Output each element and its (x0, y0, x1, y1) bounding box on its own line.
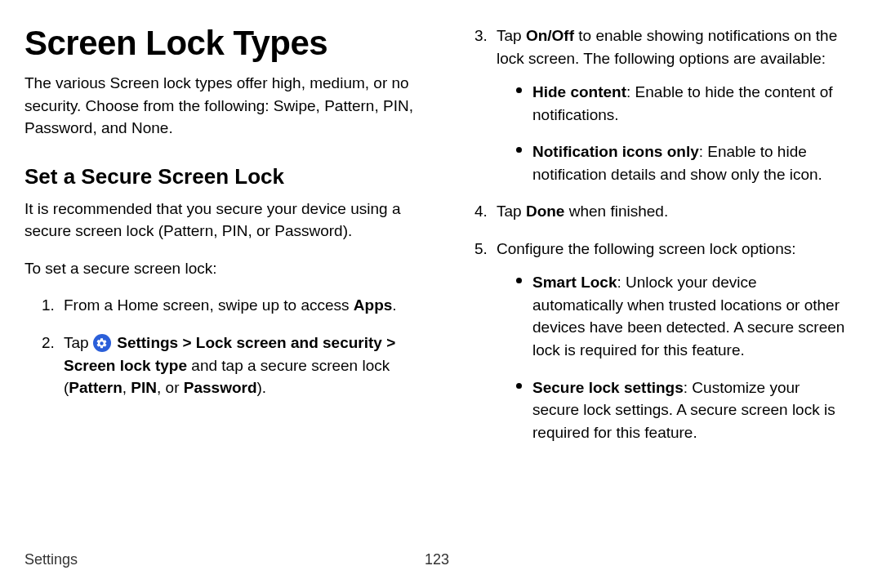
step4-post: when finished. (564, 203, 668, 220)
step3-bullets: Hide content: Enable to hide the content… (497, 81, 849, 185)
bullet-smart-lock-label: Smart Lock (532, 274, 617, 291)
step2-c1: , (122, 379, 131, 396)
step2-c2: , or (157, 379, 184, 396)
bullet-notification-icons: Notification icons only: Enable to hide … (516, 140, 849, 185)
section-intro: It is recommended that you secure your d… (24, 198, 416, 243)
footer-section-label: Settings (24, 551, 78, 568)
bullet-hide-content: Hide content: Enable to hide the content… (516, 81, 849, 126)
step4-done: Done (526, 203, 565, 220)
step2-settings: Settings (117, 334, 178, 351)
step2-pin: PIN (131, 379, 157, 396)
step-4: Tap Done when finished. (492, 200, 849, 223)
footer-page-number: 123 (425, 551, 449, 568)
steps-list-left: From a Home screen, swipe up to access A… (24, 294, 416, 399)
step2-end: ). (257, 379, 267, 396)
step1-bold: Apps (354, 296, 393, 314)
step2-locktype: Screen lock type (64, 357, 187, 374)
step-3: Tap On/Off to enable showing notificatio… (492, 24, 849, 185)
section-lead: To set a secure screen lock: (24, 257, 416, 280)
bullet-notification-icons-label: Notification icons only (532, 143, 699, 160)
gear-icon (93, 334, 111, 352)
bullet-smart-lock: Smart Lock: Unlock your device automatic… (516, 271, 849, 361)
left-column: Screen Lock Types The various Screen loc… (24, 24, 416, 458)
section-heading: Set a Secure Screen Lock (24, 164, 416, 189)
step3-pre: Tap (497, 27, 526, 44)
bullet-hide-content-label: Hide content (532, 83, 626, 100)
step2-password: Password (184, 379, 257, 396)
step3-onoff: On/Off (526, 27, 574, 44)
step2-sep2: > (382, 334, 395, 351)
page-title: Screen Lock Types (24, 24, 416, 62)
step2-sep1: > (178, 334, 196, 351)
bullet-secure-lock: Secure lock settings: Customize your sec… (516, 376, 849, 444)
step4-pre: Tap (497, 203, 526, 220)
right-column: Tap On/Off to enable showing notificatio… (457, 24, 849, 458)
step-1: From a Home screen, swipe up to access A… (59, 294, 416, 317)
bullet-secure-lock-label: Secure lock settings (532, 379, 684, 396)
step1-post: . (392, 296, 396, 314)
intro-text: The various Screen lock types offer high… (24, 72, 416, 140)
step5-text: Configure the following screen lock opti… (497, 240, 795, 257)
step2-pattern: Pattern (69, 379, 122, 396)
step-5: Configure the following screen lock opti… (492, 238, 849, 443)
page-footer: Settings 123 (24, 551, 849, 568)
step5-bullets: Smart Lock: Unlock your device automatic… (497, 271, 849, 443)
steps-list-right: Tap On/Off to enable showing notificatio… (457, 24, 849, 443)
step-2: Tap Settings > Lock screen and security … (59, 332, 416, 399)
step2-pre: Tap (64, 334, 93, 351)
step2-lockscreen: Lock screen and security (196, 334, 382, 351)
step1-pre: From a Home screen, swipe up to access (64, 296, 354, 314)
